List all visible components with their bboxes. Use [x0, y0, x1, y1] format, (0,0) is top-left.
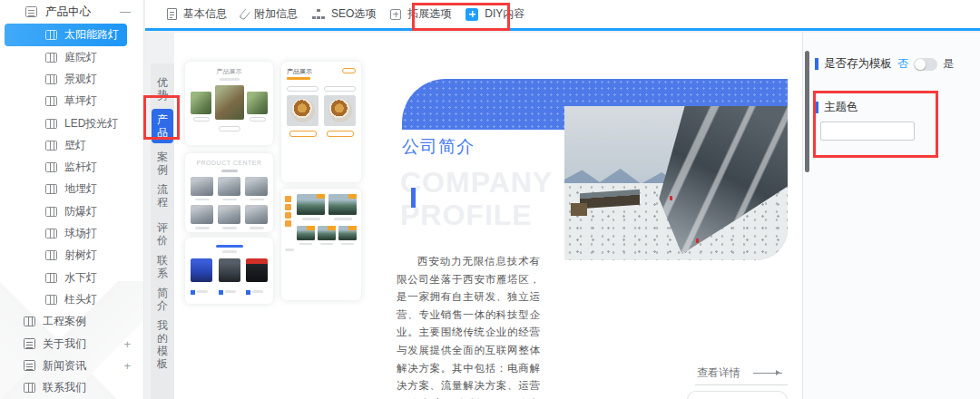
vtab-reviews[interactable]: 评价 [152, 221, 173, 247]
expand-icon[interactable]: + [123, 337, 131, 351]
tab-seo-options[interactable]: SEO选项 [310, 6, 377, 22]
thumb-caption-bar [285, 248, 294, 251]
vtab-contact[interactable]: 联系 [152, 254, 173, 279]
sidebar-item-stadium-lamp[interactable]: 球场打 [0, 222, 143, 244]
arrow-right-icon [753, 373, 782, 374]
vtab-label: 流程 [157, 183, 169, 209]
watermark-text: COMPANY PROFILE [400, 166, 553, 231]
sidebar-item-label: 景观灯 [64, 72, 97, 87]
paperclip-icon [239, 8, 250, 21]
vtab-advantages[interactable]: 优势 [152, 76, 173, 102]
sidebar-item-wall-lamp[interactable]: 壁灯 [0, 134, 143, 156]
tab-label: 拓展选项 [407, 6, 451, 22]
table-icon [45, 184, 57, 194]
details-underline [695, 384, 788, 385]
toggle-off-label: 否 [897, 56, 908, 72]
template-thumb-plants[interactable]: 产品展示 [185, 62, 273, 145]
pump-image [246, 258, 268, 282]
vtab-products[interactable]: 产品 [152, 109, 173, 143]
table-icon [45, 273, 57, 283]
tab-extended-options[interactable]: 拓展选项 [388, 6, 453, 22]
sidebar-item-courtyard-lamp[interactable]: 庭院灯 [0, 46, 143, 68]
tab-additional-info[interactable]: 附加信息 [240, 6, 299, 22]
template-thumb-food[interactable]: 产品展示 [281, 62, 361, 182]
save-template-toggle[interactable] [914, 58, 937, 71]
accent-bar [815, 58, 818, 70]
accent-bar [815, 102, 818, 113]
sidebar-item-solar-street-lamp[interactable]: 太阳能路灯 [5, 24, 127, 46]
theme-color-label: 主题色 [824, 100, 858, 115]
food-image [287, 95, 318, 126]
view-details-link[interactable]: 查看详情 [697, 365, 782, 381]
toggle-on-label: 是 [943, 56, 954, 72]
heading-accent-bar [411, 188, 416, 208]
list-icon [24, 338, 35, 349]
sidebar-item-label: 地埋灯 [64, 181, 97, 197]
vtab-cases[interactable]: 案例 [152, 151, 173, 176]
plus-square-icon [390, 9, 401, 20]
sidebar-item-lawn-lamp[interactable]: 草坪灯 [0, 91, 143, 112]
machine-image [191, 177, 213, 196]
plant-image [191, 92, 211, 114]
tab-label: DIY内容 [485, 6, 524, 22]
company-photo [564, 106, 788, 260]
thumb-accent-bar [287, 77, 310, 80]
view-details-label: 查看详情 [697, 365, 740, 381]
scene-image [297, 226, 315, 240]
sidebar-item-label: 草坪灯 [64, 93, 97, 109]
vtab-my-templates[interactable]: 我的模板 [152, 319, 173, 370]
section-heading: 公司简介 [402, 135, 475, 159]
sidebar-item-news[interactable]: 新闻资讯 + [0, 355, 143, 376]
template-thumb-pumps[interactable] [185, 238, 273, 304]
sidebar-item-landscape-lamp[interactable]: 景观灯 [0, 68, 143, 90]
list-icon [25, 6, 37, 17]
settings-panel: 是否存为模板 否 是 主题色 [802, 33, 980, 399]
tab-diy-content[interactable]: DIY内容 [464, 6, 526, 22]
vtab-process[interactable]: 流程 [152, 183, 173, 209]
tab-label: SEO选项 [331, 6, 376, 22]
thumb-subtitle-bar [222, 250, 237, 253]
sidebar-item-label: 联系我们 [43, 380, 86, 395]
sidebar-item-buried-lamp[interactable]: 地埋灯 [0, 179, 143, 200]
scrollbar-thumb[interactable] [805, 51, 809, 172]
template-thumb-scenes[interactable] [281, 189, 361, 300]
vtab-label: 产品 [157, 113, 169, 139]
scene-image [297, 194, 325, 215]
table-icon [45, 250, 57, 260]
theme-color-input[interactable] [820, 122, 915, 141]
expand-icon[interactable]: + [123, 359, 131, 373]
machine-image [218, 205, 240, 224]
sidebar-item-label: 壁灯 [64, 138, 86, 153]
collapse-icon[interactable]: — [120, 5, 131, 18]
sidebar-item-pole-lamp[interactable]: 监杆灯 [0, 156, 143, 178]
sidebar-item-about-us[interactable]: 关于我们 + [0, 333, 143, 355]
pump-image [191, 258, 212, 282]
sidebar-item-tree-lamp[interactable]: 射树灯 [0, 245, 143, 267]
sidebar-item-pillar-lamp[interactable]: 柱头灯 [0, 288, 143, 310]
save-as-template-row: 是否存为模板 否 是 [815, 56, 954, 72]
sidebar-item-contact-us[interactable]: 联系我们 [0, 376, 143, 398]
sidebar-item-explosion-proof-lamp[interactable]: 防爆灯 [0, 200, 143, 222]
list-icon [24, 360, 35, 371]
thumb-button [324, 86, 356, 92]
tab-basic-info[interactable]: 基本信息 [165, 6, 229, 22]
scene-image [318, 226, 336, 240]
table-icon [45, 162, 57, 172]
sidebar-header[interactable]: 产品中心 — [0, 0, 143, 24]
sidebar-item-label: 柱头灯 [64, 292, 97, 307]
machine-image [191, 205, 213, 224]
sidebar-item-label: 庭院灯 [64, 50, 97, 65]
scene-image [338, 226, 357, 240]
app-window: 产品中心 — 太阳能路灯 庭院灯 景观灯 草坪灯 LED投光灯 壁灯 [0, 0, 980, 399]
sidebar-item-led-flood-lamp[interactable]: LED投光灯 [0, 112, 143, 134]
template-thumb-machines[interactable]: PRODUCT CENTER [185, 153, 273, 232]
sidebar-item-underwater-lamp[interactable]: 水下灯 [0, 267, 143, 288]
sidebar-item-project-cases[interactable]: 工程案例 [0, 311, 143, 333]
vtab-profile[interactable]: 简介 [152, 287, 173, 312]
active-tab-underline [145, 28, 980, 31]
category-sidebar: 产品中心 — 太阳能路灯 庭院灯 景观灯 草坪灯 LED投光灯 壁灯 [0, 0, 144, 399]
thumb-button [219, 126, 240, 131]
vtab-label: 评价 [157, 221, 169, 247]
thumb-title: 产品展示 [287, 68, 312, 75]
vtab-label: 案例 [157, 151, 169, 176]
